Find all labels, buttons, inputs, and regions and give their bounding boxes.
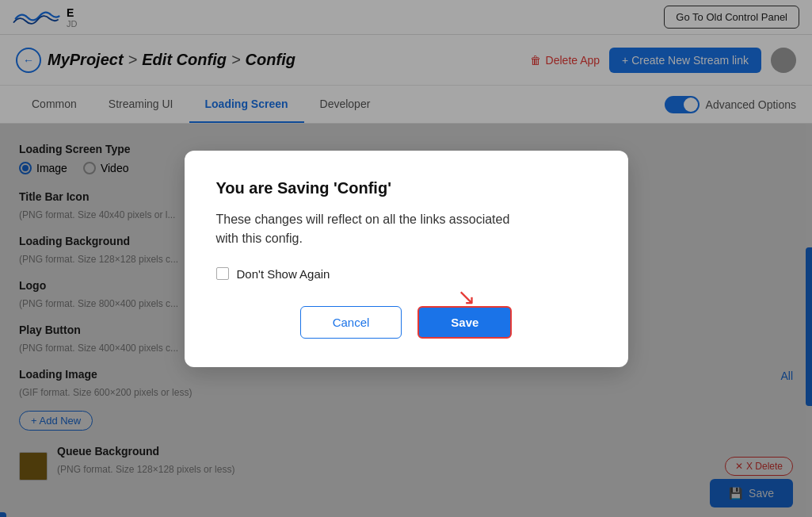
modal-body-line2: with this config.: [216, 232, 303, 245]
dont-show-again-checkbox[interactable]: [216, 267, 229, 280]
modal-cancel-button[interactable]: Cancel: [300, 306, 402, 339]
dont-show-again-label: Don't Show Again: [237, 267, 330, 281]
modal-body-line1: These changes will reflect on all the li…: [216, 213, 510, 226]
modal-save-wrapper: ↘ Save: [417, 306, 512, 339]
modal-overlay: You are Saving 'Config' These changes wi…: [0, 0, 812, 517]
modal-body: These changes will reflect on all the li…: [216, 210, 597, 248]
modal-checkbox-row: Don't Show Again: [216, 267, 597, 281]
save-confirm-modal: You are Saving 'Config' These changes wi…: [185, 151, 628, 367]
modal-title: You are Saving 'Config': [216, 179, 597, 197]
modal-save-button[interactable]: Save: [417, 306, 512, 339]
modal-buttons: Cancel ↘ Save: [216, 306, 597, 339]
